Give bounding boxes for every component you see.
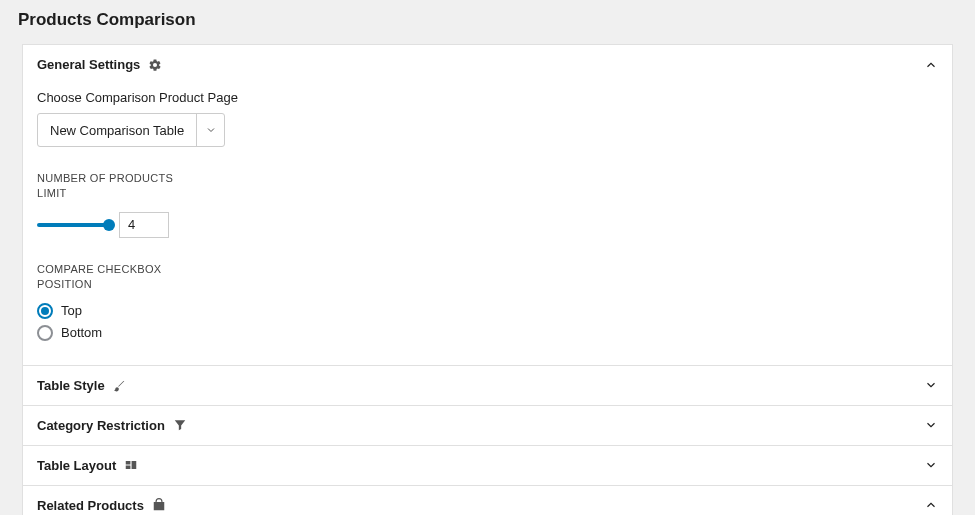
panel-table-style-header[interactable]: Table Style (23, 365, 952, 405)
checkbox-position-label: Compare Checkbox Position (37, 262, 197, 293)
chevron-down-icon (924, 458, 938, 472)
num-products-row: 4 (37, 212, 938, 238)
num-products-label: Number of Products Limit (37, 171, 197, 202)
brush-icon (113, 378, 127, 392)
panel-related-products-header[interactable]: Related Products (23, 485, 952, 515)
settings-container: General Settings Choose Comparison Produ… (22, 44, 953, 515)
panel-title-table-layout: Table Layout (37, 458, 116, 473)
slider-thumb[interactable] (103, 219, 115, 231)
panel-category-restriction-header[interactable]: Category Restriction (23, 405, 952, 445)
chevron-down-icon (924, 378, 938, 392)
chevron-up-icon (924, 58, 938, 72)
filter-icon (173, 418, 187, 432)
panel-general-settings-header[interactable]: General Settings (23, 45, 952, 84)
radio-top-row[interactable]: Top (37, 303, 938, 319)
chevron-down-icon (196, 114, 224, 146)
radio-bottom-row[interactable]: Bottom (37, 325, 938, 341)
choose-page-label: Choose Comparison Product Page (37, 90, 938, 105)
panel-title-general: General Settings (37, 57, 140, 72)
num-products-input[interactable]: 4 (119, 212, 169, 238)
radio-bottom-label: Bottom (61, 325, 102, 340)
layout-icon (124, 458, 138, 472)
panel-title-category-restriction: Category Restriction (37, 418, 165, 433)
radio-bottom[interactable] (37, 325, 53, 341)
chevron-up-icon (924, 498, 938, 512)
num-products-slider[interactable] (37, 223, 109, 227)
panel-table-layout-header[interactable]: Table Layout (23, 445, 952, 485)
shopping-bag-icon (152, 498, 166, 512)
radio-top[interactable] (37, 303, 53, 319)
choose-page-select[interactable]: New Comparison Table (37, 113, 225, 147)
choose-page-value: New Comparison Table (38, 114, 196, 146)
panel-title-table-style: Table Style (37, 378, 105, 393)
radio-top-label: Top (61, 303, 82, 318)
chevron-down-icon (924, 418, 938, 432)
panel-title-related-products: Related Products (37, 498, 144, 513)
panel-general-settings-body: Choose Comparison Product Page New Compa… (23, 84, 952, 365)
gear-icon (148, 58, 162, 72)
page-title: Products Comparison (0, 0, 975, 44)
